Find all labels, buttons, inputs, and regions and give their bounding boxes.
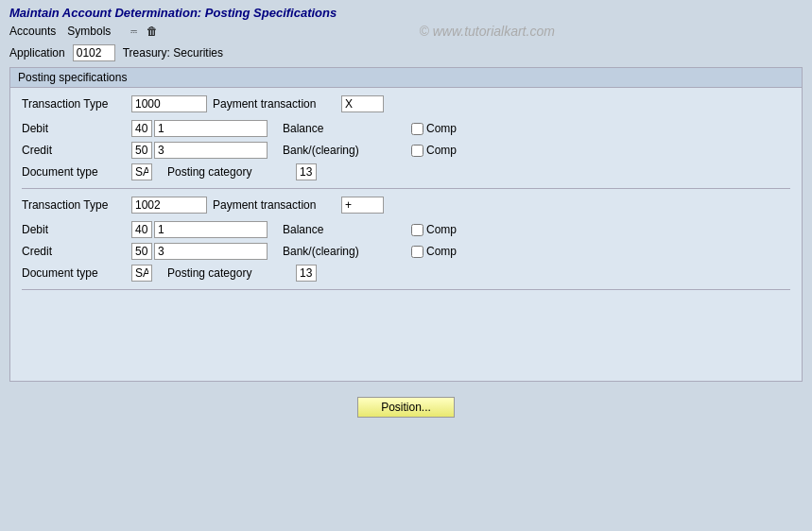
debit-input1-1[interactable]: [131, 120, 152, 137]
app-bar: Application Treasury: Securities: [0, 41, 812, 65]
credit-inputs-2: [131, 243, 268, 260]
balance-comp-checkbox-2[interactable]: [411, 224, 423, 236]
balance-comp-wrap-1: Comp: [411, 122, 457, 135]
section-body: Transaction Type Payment transaction Deb…: [10, 88, 802, 381]
transaction-type-label-2: Transaction Type: [22, 198, 126, 212]
copy-icon[interactable]: ⎓: [126, 24, 141, 39]
block2-transaction-row: Transaction Type Payment transaction: [22, 197, 790, 214]
block2-debit-row: Debit Balance Comp: [22, 221, 790, 238]
debit-label-2: Debit: [22, 223, 126, 236]
payment-transaction-label-2: Payment transaction: [213, 198, 336, 212]
block1-credit-row: Credit Bank/(clearing) Comp: [22, 142, 790, 159]
watermark: © www.tutorialkart.com: [171, 24, 803, 39]
credit-label-2: Credit: [22, 245, 126, 258]
transaction-type-input-2[interactable]: [131, 197, 207, 214]
bank-clearing-label-2: Bank/(clearing): [283, 245, 406, 258]
main-panel: Posting specifications Transaction Type …: [9, 67, 803, 382]
comp-label-1b: Comp: [426, 144, 457, 157]
balance-label-1: Balance: [283, 122, 406, 135]
credit-input2-1[interactable]: [154, 142, 268, 159]
doc-type-label-1: Document type: [22, 165, 126, 179]
block1-debit-row: Debit Balance Comp: [22, 120, 790, 137]
payment-transaction-input-2[interactable]: [341, 197, 384, 214]
doc-type-input-2[interactable]: [131, 265, 152, 282]
posting-category-label-1: Posting category: [167, 165, 290, 179]
credit-input2-2[interactable]: [154, 243, 268, 260]
bottom-bar: Position...: [0, 384, 812, 431]
bank-comp-checkbox-2[interactable]: [411, 246, 423, 258]
delete-icon[interactable]: 🗑: [145, 24, 160, 39]
menu-icons: ⎓ 🗑: [126, 24, 160, 39]
page-title: Maintain Account Determination: Posting …: [9, 6, 803, 20]
payment-transaction-input-1[interactable]: [341, 95, 384, 112]
menu-symbols[interactable]: Symbols: [67, 25, 111, 38]
bank-comp-wrap-1: Comp: [411, 144, 457, 157]
divider-1: [22, 188, 790, 189]
balance-label-2: Balance: [283, 223, 406, 236]
credit-input1-1[interactable]: [131, 142, 152, 159]
bank-comp-checkbox-1[interactable]: [411, 145, 423, 157]
application-description: Treasury: Securities: [123, 46, 223, 60]
credit-input1-2[interactable]: [131, 243, 152, 260]
debit-input2-1[interactable]: [154, 120, 268, 137]
position-button[interactable]: Position...: [357, 397, 455, 418]
transaction-type-label-1: Transaction Type: [22, 97, 126, 111]
balance-comp-checkbox-1[interactable]: [411, 123, 423, 135]
posting-category-label-2: Posting category: [167, 266, 290, 280]
application-label: Application: [9, 46, 65, 60]
transaction-type-input-1[interactable]: [131, 95, 207, 112]
title-bar: Maintain Account Determination: Posting …: [0, 0, 812, 22]
doc-type-label-2: Document type: [22, 266, 126, 280]
doc-type-input-1[interactable]: [131, 163, 152, 180]
balance-comp-wrap-2: Comp: [411, 223, 457, 236]
application-input[interactable]: [73, 44, 115, 61]
bank-clearing-label-1: Bank/(clearing): [283, 144, 406, 157]
comp-label-1a: Comp: [426, 122, 457, 135]
debit-input1-2[interactable]: [131, 221, 152, 238]
section-header: Posting specifications: [10, 68, 802, 88]
spacer: [22, 298, 790, 373]
block2-doctype-row: Document type Posting category: [22, 265, 790, 282]
block2-credit-row: Credit Bank/(clearing) Comp: [22, 243, 790, 260]
comp-label-2a: Comp: [426, 223, 457, 236]
debit-input2-2[interactable]: [154, 221, 268, 238]
menu-bar: Accounts Symbols ⎓ 🗑 © www.tutorialkart.…: [0, 22, 812, 41]
divider-2: [22, 289, 790, 290]
comp-label-2b: Comp: [426, 245, 457, 258]
menu-accounts[interactable]: Accounts: [9, 25, 56, 38]
payment-transaction-label-1: Payment transaction: [213, 97, 336, 111]
debit-inputs-2: [131, 221, 268, 238]
debit-inputs-1: [131, 120, 268, 137]
block1-doctype-row: Document type Posting category: [22, 163, 790, 180]
posting-category-input-1[interactable]: [296, 163, 317, 180]
debit-label-1: Debit: [22, 122, 126, 135]
posting-category-input-2[interactable]: [296, 265, 317, 282]
credit-label-1: Credit: [22, 144, 126, 157]
bank-comp-wrap-2: Comp: [411, 245, 457, 258]
credit-inputs-1: [131, 142, 268, 159]
block1-transaction-row: Transaction Type Payment transaction: [22, 95, 790, 112]
